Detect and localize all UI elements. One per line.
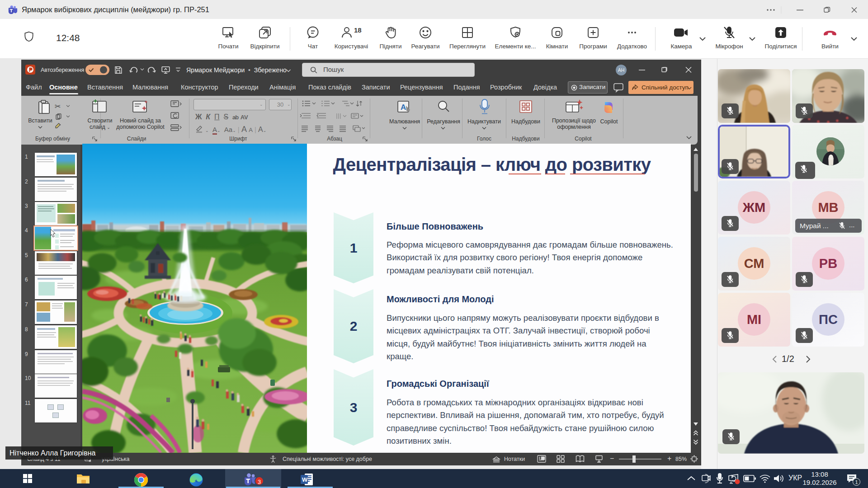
svg-text:18: 18 — [354, 26, 362, 34]
svg-text:A: A — [401, 103, 406, 112]
svg-text:W: W — [302, 476, 308, 483]
